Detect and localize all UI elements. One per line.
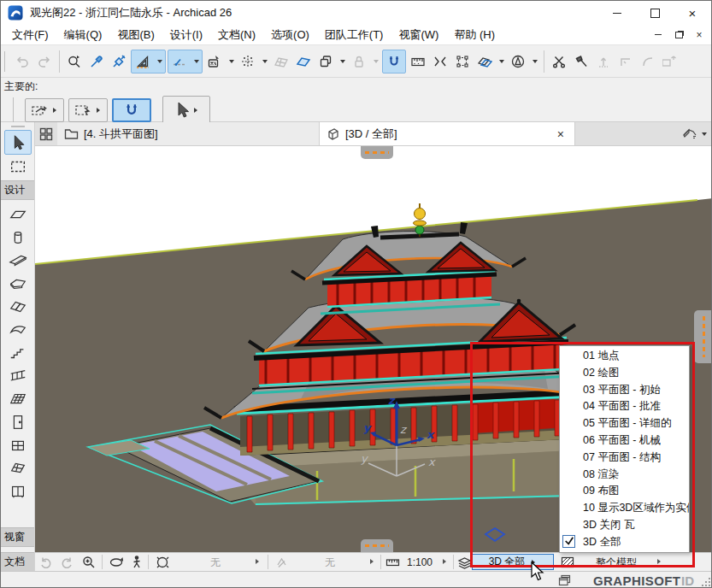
scale-flyout[interactable] (443, 559, 450, 566)
layer-combination-select[interactable]: 3D 全部 (472, 554, 554, 570)
minimize-button[interactable] (598, 1, 636, 25)
editing-plane-button[interactable] (292, 50, 315, 73)
orient-view-button[interactable] (507, 50, 529, 73)
menu-item[interactable]: 09 布图 (560, 483, 689, 500)
marquee-zoom-button[interactable] (63, 50, 85, 73)
duplicate-button[interactable] (315, 50, 337, 73)
stair-tool[interactable] (4, 341, 32, 364)
menu-teamwork[interactable]: 团队工作(T) (317, 25, 391, 45)
display-option-select-1[interactable]: 无 (176, 556, 255, 569)
toolbox-section-design[interactable]: 设计 (1, 180, 34, 200)
mdi-restore-button[interactable] (672, 29, 686, 41)
toolbox-grip[interactable] (11, 126, 25, 127)
display-option-select-2[interactable]: 无 (291, 556, 368, 569)
model-scope-select[interactable]: 整个模型 (579, 556, 654, 569)
quad-view-button[interactable] (35, 122, 57, 145)
slab-tool[interactable] (4, 272, 32, 295)
selection-mode-button[interactable] (68, 98, 108, 122)
resize-button[interactable] (659, 50, 681, 73)
snap-grid-dropdown[interactable] (259, 50, 270, 73)
menu-file[interactable]: 文件(F) (4, 25, 56, 45)
display-option-flyout-1[interactable] (256, 559, 262, 566)
toolbox-section-document[interactable]: 文档 (1, 552, 34, 572)
shell-tool[interactable] (4, 318, 32, 341)
snap-grid-button[interactable] (237, 50, 259, 73)
snap-toggle-button[interactable] (112, 98, 151, 122)
menu-item[interactable]: 02 绘图 (560, 365, 689, 382)
menu-item[interactable]: 10 显示3D区域作为实体 (560, 500, 689, 517)
tab-3d-view[interactable]: [3D / 全部] × (320, 122, 575, 145)
close-button[interactable]: × (674, 1, 711, 25)
zoom-in-button[interactable] (79, 555, 98, 570)
previous-view-button[interactable] (37, 555, 56, 570)
menu-view[interactable]: 视图(B) (109, 25, 162, 45)
orbit-button[interactable] (107, 555, 126, 570)
trim-button[interactable] (615, 50, 637, 73)
skylight-tool[interactable] (4, 456, 32, 479)
walk-mode-button[interactable] (127, 555, 146, 570)
fillet-button[interactable] (637, 50, 659, 73)
rotate-plane-button[interactable] (474, 50, 496, 73)
snap-guides-dropdown[interactable] (191, 50, 202, 73)
beam-tool[interactable] (4, 249, 32, 272)
menu-item[interactable]: 08 渲染 (560, 467, 689, 484)
mdi-minimize-button[interactable] (651, 29, 665, 41)
model-scope-flyout[interactable] (657, 559, 664, 566)
menu-design[interactable]: 设计(I) (162, 25, 210, 45)
toolbar2-grip[interactable] (13, 97, 17, 123)
menu-item[interactable]: 05 平面图 - 详细的 (560, 415, 689, 432)
object-tool[interactable] (4, 479, 32, 503)
menu-item[interactable]: 07 平面图 - 结构 (560, 450, 689, 467)
menu-item[interactable]: 01 地点 (560, 348, 689, 365)
menu-options[interactable]: 选项(O) (263, 25, 317, 45)
explode-button[interactable] (429, 50, 451, 73)
graphisoft-brand[interactable]: GRAPHISOFT (593, 573, 680, 588)
fit-in-window-button[interactable] (153, 555, 172, 570)
pick-parameters-button[interactable] (85, 50, 108, 73)
tab-indicator-handle-bottom[interactable] (361, 539, 393, 552)
redo-button[interactable] (33, 50, 56, 73)
view-settings-dropdown[interactable] (677, 122, 712, 145)
menu-item-checked[interactable]: 3D 全部 (560, 534, 689, 551)
orient-view-dropdown[interactable] (529, 50, 540, 73)
window-cascade-icon[interactable] (558, 574, 571, 586)
coordinates-dropdown[interactable] (226, 50, 237, 73)
menu-document[interactable]: 文档(N) (210, 25, 263, 45)
door-tool[interactable] (4, 410, 32, 433)
wall-tool[interactable] (4, 203, 32, 226)
toolbar-grip[interactable] (4, 51, 9, 72)
menu-window[interactable]: 视窗(W) (391, 25, 446, 45)
intersect-button[interactable] (592, 50, 615, 73)
maximize-button[interactable] (636, 1, 674, 25)
undo-button[interactable] (11, 50, 33, 73)
lock-dropdown[interactable] (370, 50, 381, 73)
railing-tool[interactable] (4, 364, 32, 387)
curtain-wall-tool[interactable] (4, 387, 32, 410)
snap-points-button[interactable] (383, 50, 405, 73)
menu-item[interactable]: 3D 关闭 瓦 (560, 517, 689, 534)
next-view-button[interactable] (57, 555, 76, 570)
coordinates-button[interactable] (203, 50, 226, 73)
arrow-tool[interactable] (4, 130, 32, 155)
marquee-mode-button[interactable] (25, 98, 64, 122)
transform-button[interactable] (451, 50, 474, 73)
split-button[interactable] (548, 50, 570, 73)
tab-indicator-handle-right[interactable] (694, 310, 712, 363)
column-tool[interactable] (4, 226, 32, 249)
tab-indicator-handle-top[interactable] (361, 146, 393, 159)
tab-plan-view[interactable]: [4. 斗拱平面图] (57, 122, 320, 145)
menu-edit[interactable]: 编辑(Q) (56, 25, 110, 45)
resize-grip[interactable] (702, 578, 710, 586)
rotate-plane-dropdown[interactable] (496, 50, 507, 73)
scale-select[interactable]: 1:100 (399, 556, 440, 569)
lock-button[interactable] (348, 50, 370, 73)
roof-tool[interactable] (4, 295, 32, 318)
display-option-flyout-2[interactable] (370, 559, 377, 566)
snap-guides-button[interactable] (168, 50, 191, 73)
inject-parameters-button[interactable] (108, 50, 130, 73)
measure-button[interactable] (407, 50, 429, 73)
skewed-grid-button[interactable] (270, 50, 292, 73)
menu-item[interactable]: 04 平面图 - 批准 (560, 398, 689, 415)
guide-lines-button[interactable] (132, 50, 154, 73)
marquee-tool[interactable] (4, 155, 32, 178)
